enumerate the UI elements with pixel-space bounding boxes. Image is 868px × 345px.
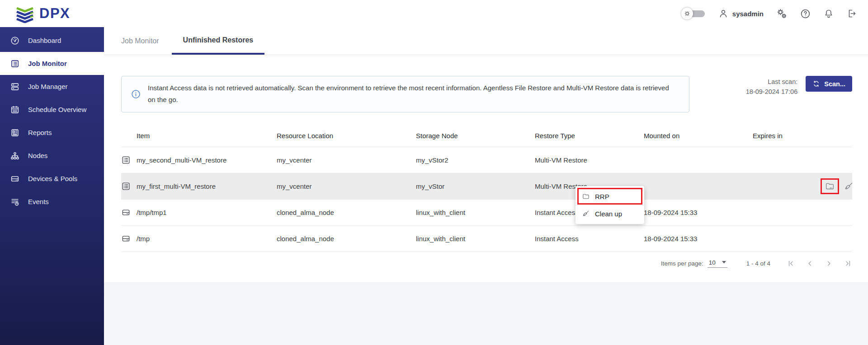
- gear-icon: [681, 8, 693, 19]
- settings-toggle[interactable]: [681, 8, 706, 19]
- menu-item-clean-up[interactable]: Clean up: [576, 205, 644, 222]
- vm-restore-icon: [121, 182, 137, 191]
- next-page-button[interactable]: [825, 259, 833, 268]
- context-menu: RRP Clean up: [576, 186, 644, 224]
- nodes-icon: [9, 151, 20, 161]
- first-page-icon: [787, 259, 795, 268]
- sidebar-item-label: Dashboard: [28, 37, 61, 44]
- menu-item-rrp[interactable]: RRP: [576, 188, 644, 205]
- job-manager-icon: [9, 82, 20, 92]
- sidebar-item-label: Job Monitor: [28, 60, 67, 67]
- logout-icon: [846, 8, 857, 19]
- column-header-item: Item: [137, 132, 277, 140]
- sidebar-item-job-monitor[interactable]: Job Monitor: [0, 52, 104, 75]
- dashboard-icon: [9, 36, 20, 46]
- cell-restore-type: Instant Access: [535, 235, 644, 242]
- chevron-right-icon: [825, 259, 833, 268]
- gears-icon: [776, 8, 788, 19]
- sidebar-item-reports[interactable]: Reports: [0, 121, 104, 144]
- menu-item-label: RRP: [595, 193, 609, 200]
- chevron-left-icon: [806, 259, 814, 268]
- table-row[interactable]: my_first_multi-VM_restore my_vcenter my_…: [121, 173, 852, 199]
- cell-resource: cloned_alma_node: [277, 235, 416, 242]
- cell-restore-type: Multi-VM Restore: [535, 156, 644, 164]
- job-monitor-icon: [9, 59, 20, 69]
- sidebar-item-label: Nodes: [28, 152, 47, 159]
- events-icon: [9, 197, 20, 207]
- cleanup-button[interactable]: [844, 181, 854, 191]
- notifications-button[interactable]: [823, 8, 834, 19]
- tab-unfinished-restores[interactable]: Unfinished Restores: [172, 27, 265, 55]
- table-row[interactable]: /tmp cloned_alma_node linux_with_client …: [121, 225, 852, 252]
- pagination: Items per page: 10 1 - 4 of 4: [121, 252, 852, 275]
- cell-resource: my_vcenter: [277, 156, 416, 164]
- sidebar: Dashboard Job Monitor Job Manager: [0, 27, 104, 345]
- cell-mounted: 18-09-2024 15:33: [644, 235, 753, 242]
- folder-icon: [825, 181, 835, 191]
- last-scan: Last scan: 18-09-2024 17:06: [746, 76, 798, 97]
- sidebar-item-label: Events: [28, 198, 49, 205]
- last-page-icon: [844, 259, 852, 268]
- bell-icon: [823, 8, 834, 19]
- sidebar-item-schedule-overview[interactable]: Schedule Overview: [0, 98, 104, 121]
- column-header-expires-in: Expires in: [753, 132, 821, 140]
- scan-button[interactable]: Scan...: [806, 76, 852, 92]
- cell-storage: my_vStor2: [416, 156, 535, 164]
- sidebar-item-job-manager[interactable]: Job Manager: [0, 75, 104, 98]
- broom-icon: [844, 181, 854, 191]
- scan-button-label: Scan...: [824, 80, 845, 88]
- help-button[interactable]: [800, 8, 811, 19]
- items-per-page-select[interactable]: 10: [708, 259, 727, 268]
- first-page-button[interactable]: [787, 259, 795, 268]
- cell-item: /tmp: [137, 235, 277, 242]
- dpx-logo-mark: [15, 4, 35, 23]
- table-header: Item Resource Location Storage Node Rest…: [121, 125, 852, 147]
- logout-button[interactable]: [846, 8, 857, 19]
- sidebar-item-events[interactable]: Events: [0, 190, 104, 213]
- user-menu[interactable]: sysadmin: [718, 8, 764, 19]
- sidebar-item-dashboard[interactable]: Dashboard: [0, 29, 104, 52]
- tab-job-monitor[interactable]: Job Monitor: [121, 27, 172, 55]
- dpx-logo: DPX: [0, 4, 70, 23]
- column-header-resource-location: Resource Location: [277, 132, 416, 140]
- help-icon: [800, 8, 811, 19]
- info-icon: [131, 89, 141, 99]
- drive-icon: [9, 174, 20, 184]
- folder-icon: [582, 192, 590, 200]
- annotation-box: [821, 178, 839, 194]
- cell-item: /tmp/tmp1: [137, 209, 277, 216]
- cell-storage: my_vStor: [416, 182, 535, 190]
- table-row[interactable]: my_second_multi-VM_restore my_vcenter my…: [121, 147, 852, 173]
- rrp-folder-button[interactable]: [825, 181, 835, 191]
- refresh-icon: [812, 80, 820, 88]
- column-header-mounted-on: Mounted on: [644, 132, 753, 140]
- previous-page-button[interactable]: [806, 259, 814, 268]
- cell-mounted: 18-09-2024 15:33: [644, 209, 753, 216]
- cell-item: my_first_multi-VM_restore: [137, 182, 277, 190]
- cell-item: my_second_multi-VM_restore: [137, 156, 277, 164]
- manage-settings-button[interactable]: [776, 8, 788, 19]
- last-page-button[interactable]: [844, 259, 852, 268]
- disk-icon: [121, 234, 137, 243]
- caret-down-icon: [722, 261, 726, 264]
- topbar: DPX sysadmin: [0, 0, 868, 27]
- sidebar-item-nodes[interactable]: Nodes: [0, 144, 104, 167]
- menu-item-label: Clean up: [595, 210, 622, 218]
- cell-resource: cloned_alma_node: [277, 209, 416, 216]
- cell-storage: linux_with_client: [416, 235, 535, 242]
- column-header-storage-node: Storage Node: [416, 132, 535, 140]
- reports-icon: [9, 128, 20, 138]
- cell-storage: linux_with_client: [416, 209, 535, 216]
- sidebar-item-devices-pools[interactable]: Devices & Pools: [0, 167, 104, 190]
- last-scan-value: 18-09-2024 17:06: [746, 87, 798, 97]
- brand-text: DPX: [39, 5, 70, 22]
- last-scan-label: Last scan:: [746, 77, 798, 87]
- broom-icon: [582, 210, 590, 218]
- calendar-icon: [9, 105, 20, 115]
- info-banner: Instant Access data is not retrieved aut…: [121, 76, 689, 112]
- banner-text: Instant Access data is not retrieved aut…: [148, 82, 677, 106]
- sidebar-item-label: Reports: [28, 129, 52, 136]
- content-sheet: Job Monitor Unfinished Restores Instant …: [104, 27, 868, 282]
- sidebar-item-label: Devices & Pools: [28, 175, 77, 182]
- table-row[interactable]: /tmp/tmp1 cloned_alma_node linux_with_cl…: [121, 199, 852, 225]
